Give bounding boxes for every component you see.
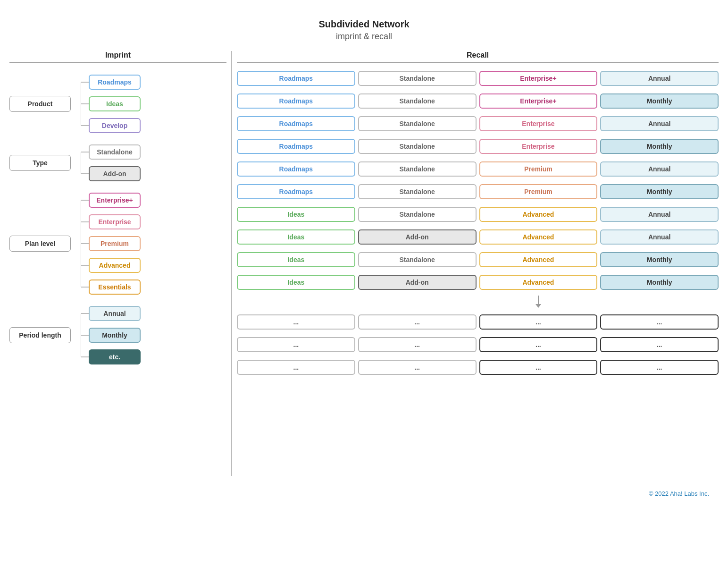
arrow-col-2 [479,296,598,309]
recall-row-0: RoadmapsStandaloneEnterprise+Annual [237,68,719,89]
dots-cell-0-3: ... [600,314,719,330]
dots-cell-2-1: ... [358,360,477,375]
recall-cell-standalone: Standalone [358,116,477,131]
recall-cell-advanced: Advanced [479,252,598,267]
page-subtitle: imprint & recall [9,32,719,42]
imprint-node-annual: Annual [89,306,141,321]
footer-copyright: © 2022 Aha! Labs Inc. [9,490,719,497]
imprint-node-enterprise: Enterprise [89,214,141,229]
recall-cell-premium: Premium [479,184,598,199]
recall-cell-standalone: Standalone [358,252,477,267]
imprint-tree-product: RoadmapsIdeasDevelop [75,73,141,135]
imprint-node-premium: Premium [89,236,141,251]
imprint-node-roadmaps: Roadmaps [89,75,141,90]
imprint-group-planlevel: Plan levelEnterprise+EnterprisePremiumAd… [9,191,226,296]
main-layout: Imprint ProductRoadmapsIdeasDevelopTypeS… [9,51,719,476]
recall-cell-annual: Annual [600,71,719,86]
imprint-group-period: Period lengthAnnualMonthlyetc. [9,304,226,366]
recall-cell-standalone: Standalone [358,161,477,177]
imprint-node-enterprise-plus: Enterprise+ [89,193,141,208]
tree-vert-line [75,191,81,296]
dots-cell-1-3: ... [600,337,719,352]
recall-cell-addon: Add-on [358,229,477,245]
recall-row-2: RoadmapsStandaloneEnterpriseAnnual [237,113,719,134]
imprint-node-row: Essentials [81,278,141,296]
recall-cell-roadmaps: Roadmaps [237,139,355,154]
imprint-node-row: Enterprise [81,212,141,231]
dots-cell-1-1: ... [358,337,477,352]
tree-vert-line [75,143,81,183]
imprint-node-advanced: Advanced [89,258,141,273]
recall-row-9: IdeasAdd-onAdvancedMonthly [237,272,719,293]
recall-cell-standalone: Standalone [358,93,477,109]
imprint-node-develop: Develop [89,118,141,133]
imprint-node-ideas: Ideas [89,96,141,111]
recall-row-8: IdeasStandaloneAdvancedMonthly [237,249,719,270]
recall-cell-ideas: Ideas [237,207,355,222]
recall-dots-row-2: ............ [237,357,719,378]
imprint-nodes-product: RoadmapsIdeasDevelop [81,73,141,135]
dots-cell-0-1: ... [358,314,477,330]
dots-cell-2-2: ... [479,360,598,375]
recall-dots-row-0: ............ [237,312,719,332]
imprint-node-row: Monthly [81,326,141,345]
dots-cell-1-0: ... [237,337,355,352]
recall-cell-ideas: Ideas [237,252,355,267]
imprint-node-addon: Add-on [89,166,141,181]
recall-cell-annual: Annual [600,207,719,222]
recall-cell-standalone: Standalone [358,139,477,154]
tree-vert-line [75,304,81,366]
recall-row-6: IdeasStandaloneAdvancedAnnual [237,204,719,225]
recall-cell-enterprise: Enterprise [479,116,598,131]
recall-row-1: RoadmapsStandaloneEnterprise+Monthly [237,91,719,111]
recall-cell-monthly: Monthly [600,252,719,267]
imprint-nodes-type: StandaloneAdd-on [81,143,141,183]
recall-cell-annual: Annual [600,161,719,177]
imprint-header: Imprint [9,51,226,63]
imprint-tree-planlevel: Enterprise+EnterprisePremiumAdvancedEsse… [75,191,141,296]
recall-cell-monthly: Monthly [600,139,719,154]
tree-svg [75,73,81,135]
down-arrow-icon [533,296,544,309]
recall-row-5: RoadmapsStandalonePremiumMonthly [237,181,719,202]
imprint-node-row: etc. [81,347,141,366]
recall-cell-ideas: Ideas [237,275,355,290]
recall-cell-roadmaps: Roadmaps [237,116,355,131]
recall-cell-enterprise-plus: Enterprise+ [479,93,598,109]
imprint-nodes-planlevel: Enterprise+EnterprisePremiumAdvancedEsse… [81,191,141,296]
imprint-node-row: Annual [81,304,141,323]
page-title: Subdivided Network [9,19,719,30]
recall-cell-roadmaps: Roadmaps [237,93,355,109]
recall-arrow-row [237,295,719,310]
recall-row-7: IdeasAdd-onAdvancedAnnual [237,227,719,247]
recall-cell-roadmaps: Roadmaps [237,71,355,86]
imprint-node-row: Roadmaps [81,73,141,92]
tree-vert-line [75,73,81,135]
recall-cell-annual: Annual [600,229,719,245]
imprint-panel: Imprint ProductRoadmapsIdeasDevelopTypeS… [9,51,226,379]
recall-cell-addon: Add-on [358,275,477,290]
svg-marker-5 [536,304,541,308]
imprint-node-row: Develop [81,116,141,135]
recall-cell-advanced: Advanced [479,207,598,222]
recall-row-3: RoadmapsStandaloneEnterpriseMonthly [237,136,719,157]
recall-cell-enterprise: Enterprise [479,139,598,154]
recall-cell-roadmaps: Roadmaps [237,161,355,177]
recall-cell-advanced: Advanced [479,275,598,290]
imprint-node-row: Advanced [81,256,141,275]
recall-cell-enterprise-plus: Enterprise+ [479,71,598,86]
imprint-label-planlevel: Plan level [9,236,71,252]
recall-row-4: RoadmapsStandalonePremiumAnnual [237,159,719,179]
imprint-label-type: Type [9,155,71,171]
recall-cell-standalone: Standalone [358,184,477,199]
recall-cell-monthly: Monthly [600,93,719,109]
imprint-node-row: Ideas [81,94,141,113]
recall-cell-standalone: Standalone [358,71,477,86]
recall-cell-roadmaps: Roadmaps [237,184,355,199]
imprint-label-period: Period length [9,327,71,343]
imprint-node-row: Premium [81,234,141,253]
tree-svg [75,304,81,366]
imprint-node-row: Enterprise+ [81,191,141,210]
page-wrapper: Subdivided Network imprint & recall Impr… [9,19,719,497]
imprint-node-etc: etc. [89,349,141,364]
